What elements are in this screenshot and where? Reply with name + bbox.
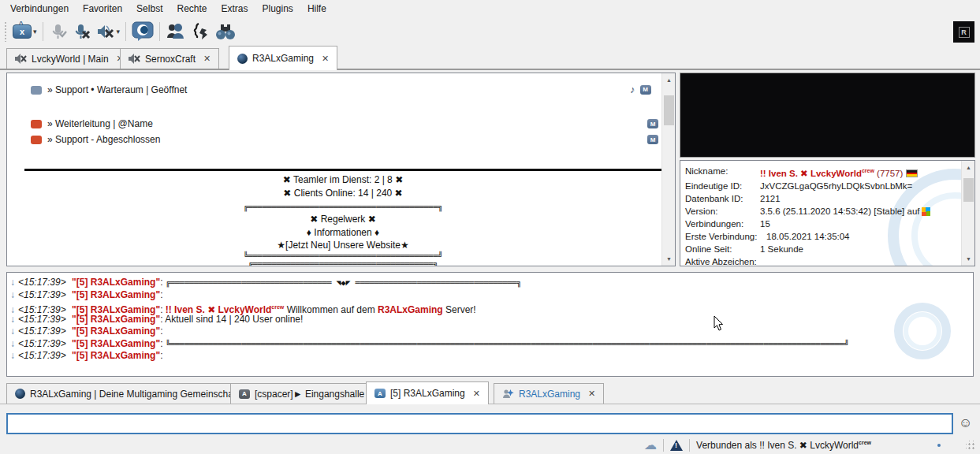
teamspeak-watermark [904, 312, 941, 350]
channel-tree-panel[interactable]: » Support • Warteraum | Geöffnet ♪ M » W… [6, 73, 676, 266]
close-icon[interactable]: ✕ [203, 54, 211, 64]
bookmarks-connect-button[interactable]: ^x ▾ [10, 20, 39, 43]
chat-tab-label: [5] R3ALxGaming [390, 388, 465, 399]
chat-log-panel[interactable]: ↓<15:17:39> "[5] R3ALxGaming": ╔════════… [6, 272, 974, 377]
client-star-icon [502, 389, 514, 400]
close-icon[interactable]: ✕ [322, 54, 329, 64]
contacts-button[interactable] [163, 20, 188, 43]
nickname-label: Nickname: [685, 165, 760, 180]
contacts-icon [166, 22, 186, 41]
close-icon[interactable]: ✕ [588, 389, 595, 399]
spacer-regelwerk[interactable]: ✖ Regelwerk ✖ [24, 214, 661, 225]
resize-grip[interactable] [966, 441, 975, 450]
mic-mute-icon [73, 22, 91, 41]
spacer-divider-line[interactable] [24, 169, 661, 171]
mic-activate-button[interactable] [47, 20, 70, 43]
server-tab-bar: LvckyWorld | Main ✕ SernoxCraft ✕ R3ALxG… [0, 46, 980, 71]
menu-bar: Verbindungen Favoriten Selbst Rechte Ext… [0, 0, 980, 17]
speaker-mute-button[interactable]: ▾ [94, 20, 123, 43]
scroll-thumb[interactable] [963, 178, 974, 202]
away-status-button[interactable] [129, 20, 156, 43]
scroll-up-icon[interactable]: ▲ [662, 73, 676, 87]
server-logo-placeholder[interactable]: R [953, 21, 974, 43]
toolbar-separator [125, 22, 126, 41]
badges-label: Aktive Abzeichen: [685, 255, 757, 266]
channel-support-warteraum[interactable]: » Support • Warteraum | Geöffnet [31, 84, 187, 96]
statusbar-separator [663, 439, 664, 452]
incoming-arrow-icon: ↓ [10, 314, 15, 325]
server-tab-r3alxgaming[interactable]: R3ALxGaming ✕ [229, 46, 337, 70]
mic-mute-button[interactable] [70, 20, 94, 43]
dbid-value: 2121 [760, 192, 781, 205]
spacer-clients[interactable]: ✖ Clients Online: 14 | 240 ✖ [24, 188, 661, 199]
spacer-box-top2[interactable]: ╔══════════════════════════════════════╗ [24, 259, 661, 266]
caret-down-icon[interactable]: ▾ [117, 28, 121, 35]
chat-log: ↓<15:17:39> "[5] R3ALxGaming": ╔════════… [10, 277, 878, 363]
chat-tab-server[interactable]: R3ALxGaming | Deine Multigaming Gemeinsc… [6, 383, 248, 404]
channel-icon [31, 86, 42, 95]
scroll-down-icon[interactable]: ▼ [662, 252, 676, 266]
menu-selbst[interactable]: Selbst [129, 1, 170, 17]
timestamp: <15:17:39> [18, 289, 69, 300]
chat-tab-channel-r3alxgaming[interactable]: A [5] R3ALxGaming ✕ [366, 381, 489, 404]
version-value: 3.5.6 (25.11.2020 14:53:42) [Stable] auf [760, 205, 930, 218]
incoming-arrow-icon: ↓ [10, 350, 15, 361]
search-button[interactable] [212, 20, 239, 43]
server-tab-lvckyworld[interactable]: LvckyWorld | Main ✕ [6, 48, 132, 69]
chat-tab-private-r3alxgaming[interactable]: R3ALxGaming ✕ [494, 383, 604, 404]
chat-input[interactable] [6, 413, 953, 434]
channel-row-icons: M [647, 119, 658, 128]
spacer-box-top[interactable]: ╔═══════════════════════════════════════… [24, 203, 661, 211]
menu-plugins[interactable]: Plugins [255, 1, 300, 17]
scroll-up-icon[interactable]: ▲ [962, 161, 975, 174]
server-tab-sernoxcraft[interactable]: SernoxCraft ✕ [120, 48, 219, 69]
channel-name: » Weiterleitung | @Name [47, 118, 153, 129]
online-since-value: 1 Sekunde [760, 243, 803, 255]
toolbar-grip[interactable] [4, 21, 8, 42]
online-since-label: Online Seit: [685, 243, 760, 255]
hotkeys-icon [191, 22, 210, 41]
menu-favoriten[interactable]: Favoriten [76, 1, 129, 17]
caret-down-icon[interactable]: ▾ [33, 28, 37, 35]
server-tab-label: SernoxCraft [145, 54, 196, 65]
channel-chat-icon: A [239, 389, 250, 399]
mic-activate-icon [49, 22, 68, 41]
connections-value: 15 [760, 218, 770, 230]
spacer-teamler[interactable]: ✖ Teamler im Dienst: 2 | 8 ✖ [24, 174, 661, 185]
menu-verbindungen[interactable]: Verbindungen [3, 1, 76, 17]
status-dot-icon [937, 444, 941, 447]
chat-message: ↓<15:17:39> "[5] R3ALxGaming": ╔════════… [10, 277, 878, 289]
tab-divider-line [0, 69, 980, 70]
scroll-down-icon[interactable]: ▼ [962, 252, 975, 266]
close-icon[interactable]: ✕ [473, 389, 480, 399]
first-connection-label: Erste Verbindung: [685, 230, 766, 243]
warning-icon[interactable] [670, 440, 683, 451]
status-bar: ☁ Verbunden als !! Iven S. ✖ LvckyWorldc… [0, 436, 980, 454]
dbid-label: Datenbank ID: [685, 192, 760, 205]
scroll-thumb[interactable] [664, 95, 674, 125]
info-panel-scrollbar[interactable]: ▲ ▼ [961, 161, 974, 266]
chat-tab-label: R3ALxGaming [519, 389, 580, 400]
sender-name: "[5] R3ALxGaming" [72, 277, 160, 288]
channel-chat-icon: A [374, 389, 386, 398]
muted-speaker-icon [15, 54, 27, 64]
hotkeys-button[interactable] [188, 20, 212, 43]
channel-icon [31, 120, 42, 128]
spacer-informationen[interactable]: ♦ Informationen ♦ [24, 227, 661, 238]
menu-extras[interactable]: Extras [214, 1, 255, 17]
chat-tab-channel-eingangshalle[interactable]: A [cspacer]► Eingangshalle ◄ [230, 383, 386, 404]
cloud-sync-icon[interactable]: ☁ [644, 439, 657, 452]
channel-tree-scrollbar[interactable]: ▲ ▼ [661, 73, 675, 266]
sender-name: "[5] R3ALxGaming" [72, 350, 160, 361]
channel-weiterleitung[interactable]: » Weiterleitung | @Name [31, 117, 153, 130]
moderated-channel-icon: M [647, 135, 658, 144]
moderated-channel-icon: M [647, 119, 658, 128]
menu-hilfe[interactable]: Hilfe [300, 1, 333, 17]
connections-label: Verbindungen: [685, 218, 760, 230]
chat-message: ↓<15:17:39> "[5] R3ALxGaming": ╚════════… [10, 338, 878, 351]
spacer-website[interactable]: ★[Jetzt Neu] Unsere Website★ [24, 240, 661, 251]
menu-rechte[interactable]: Rechte [170, 1, 214, 17]
emoji-button[interactable]: ☺ [959, 415, 972, 432]
channel-support-abgeschlossen[interactable]: » Support - Abgeschlossen [31, 133, 160, 146]
chat-message: ↓<15:17:39> "[5] R3ALxGaming": !! Iven S… [10, 301, 878, 314]
